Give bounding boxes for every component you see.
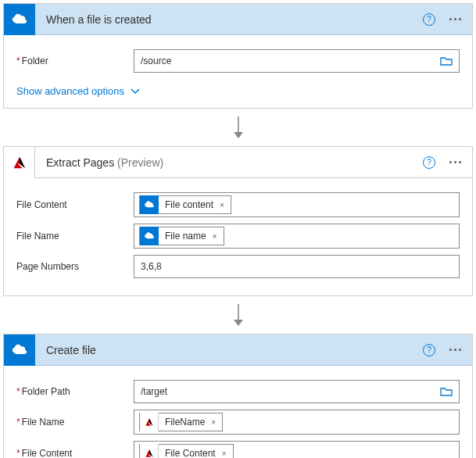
help-icon[interactable]: ? xyxy=(423,156,435,169)
file-content-input3[interactable]: File Content × xyxy=(134,441,460,458)
step3-header[interactable]: Create file ? xyxy=(4,335,472,366)
folder-path-input[interactable]: /target xyxy=(134,380,460,403)
file-name-label: File Name xyxy=(16,231,134,242)
step2-title-text: Extract Pages xyxy=(46,156,114,169)
folder-label: Folder xyxy=(16,55,134,66)
step3-title: Create file xyxy=(35,344,423,356)
step2-header[interactable]: Extract Pages (Preview) ? xyxy=(4,147,472,178)
folder-path-label: Folder Path xyxy=(16,386,134,397)
file-name-token[interactable]: File name × xyxy=(139,227,224,245)
file-content-label3: File Content xyxy=(16,448,134,458)
file-name-label3: File Name xyxy=(16,417,134,428)
folder-picker-icon[interactable] xyxy=(440,55,453,66)
file-content-row: File Content File content × xyxy=(16,192,460,217)
step1-title: When a file is created xyxy=(35,13,423,26)
flow-arrow-2 xyxy=(3,296,473,334)
help-icon[interactable]: ? xyxy=(423,13,435,26)
remove-token-icon[interactable]: × xyxy=(222,449,227,458)
help-icon[interactable]: ? xyxy=(423,344,435,356)
step3-body: Folder Path /target File Name FileName × xyxy=(4,366,472,458)
remove-token-icon[interactable]: × xyxy=(220,201,224,209)
page-numbers-label: Page Numbers xyxy=(16,261,134,272)
file-name-input3[interactable]: FileName × xyxy=(134,410,460,435)
advanced-label: Show advanced options xyxy=(16,85,124,97)
file-name-row3: File Name FileName × xyxy=(16,410,460,435)
filename-token[interactable]: FileName × xyxy=(139,413,223,431)
token-label: File content xyxy=(165,199,213,210)
page-numbers-row: Page Numbers 3,6,8 xyxy=(16,255,460,278)
extract-icon xyxy=(140,444,159,458)
token-label: File Content xyxy=(165,448,216,458)
onedrive-icon xyxy=(4,4,35,35)
step2-actions: ? xyxy=(423,156,472,169)
flow-arrow-1 xyxy=(3,109,473,146)
onedrive-icon xyxy=(140,195,159,214)
preview-label: (Preview) xyxy=(117,156,163,169)
file-content-label: File Content xyxy=(16,199,134,210)
extract-icon xyxy=(140,413,159,431)
file-content-input[interactable]: File content × xyxy=(134,192,460,217)
file-name-input[interactable]: File name × xyxy=(134,224,460,249)
filecontent-token[interactable]: File Content × xyxy=(139,444,234,458)
folder-input[interactable]: /source xyxy=(134,49,460,73)
more-icon[interactable] xyxy=(449,349,461,351)
step-extract-pages: Extract Pages (Preview) ? File Content F… xyxy=(3,146,473,296)
token-label: FileName xyxy=(165,417,205,428)
page-numbers-input[interactable]: 3,6,8 xyxy=(134,255,460,278)
step1-header[interactable]: When a file is created ? xyxy=(4,4,472,35)
more-icon[interactable] xyxy=(449,18,461,20)
remove-token-icon[interactable]: × xyxy=(213,232,217,241)
file-name-row: File Name File name × xyxy=(16,224,460,249)
step2-title: Extract Pages (Preview) xyxy=(35,156,423,169)
folder-path-value: /target xyxy=(141,386,167,397)
file-content-row3: File Content File Content × xyxy=(16,441,460,458)
file-content-token[interactable]: File content × xyxy=(139,195,231,214)
chevron-down-icon xyxy=(131,88,140,95)
step-create-file: Create file ? Folder Path /target File N… xyxy=(3,334,473,458)
more-icon[interactable] xyxy=(449,161,461,163)
onedrive-icon xyxy=(4,335,35,366)
folder-path-row: Folder Path /target xyxy=(16,380,460,403)
page-numbers-value: 3,6,8 xyxy=(141,261,162,272)
step-when-file-created: When a file is created ? Folder /source … xyxy=(3,3,473,109)
extract-icon xyxy=(4,147,35,178)
folder-row: Folder /source xyxy=(16,49,460,73)
step3-actions: ? xyxy=(423,344,472,356)
step1-body: Folder /source Show advanced options xyxy=(4,35,472,108)
remove-token-icon[interactable]: × xyxy=(211,418,216,427)
onedrive-icon xyxy=(140,227,159,245)
show-advanced-options[interactable]: Show advanced options xyxy=(16,85,140,97)
folder-value: /source xyxy=(141,55,171,66)
step2-body: File Content File content × File Name xyxy=(4,178,472,295)
step1-actions: ? xyxy=(423,13,472,26)
token-label: File name xyxy=(165,231,206,242)
folder-picker-icon[interactable] xyxy=(440,386,453,397)
